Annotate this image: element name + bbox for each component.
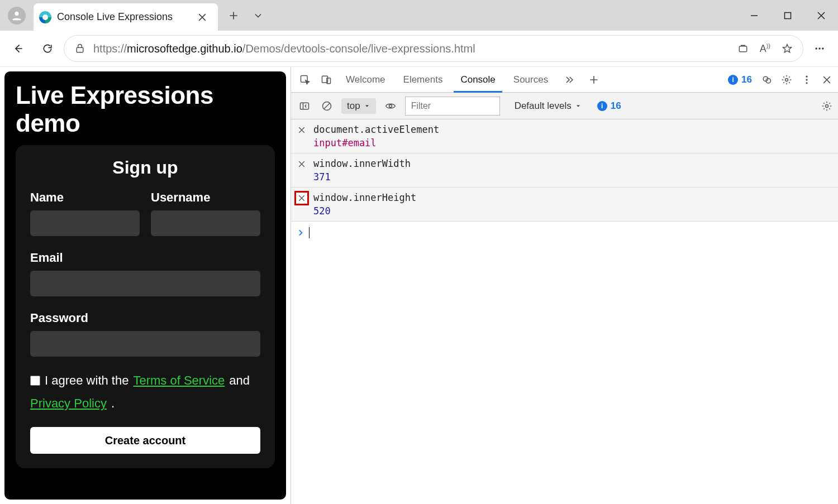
devtools-settings-icon[interactable] <box>781 74 792 85</box>
expression-text[interactable]: document.activeElement <box>313 124 439 135</box>
window-minimize-button[interactable] <box>737 0 771 31</box>
device-emulation-icon[interactable] <box>318 74 335 85</box>
live-expression-icon[interactable] <box>383 98 398 114</box>
inspect-element-icon[interactable] <box>297 74 313 85</box>
console-issues-pill[interactable]: i 16 <box>597 100 621 112</box>
tab-sources[interactable]: Sources <box>507 67 555 92</box>
live-expressions-list: document.activeElementinput#emailwindow.… <box>291 119 838 222</box>
window-maximize-button[interactable] <box>771 0 804 31</box>
remove-expression-button[interactable] <box>296 192 308 204</box>
tab-console[interactable]: Console <box>454 67 502 92</box>
page-heading: Live Expressions demo <box>16 81 275 137</box>
password-label: Password <box>30 311 260 325</box>
email-label: Email <box>30 251 260 265</box>
expression-value: 520 <box>313 205 416 217</box>
form-title: Sign up <box>30 157 260 178</box>
nav-back-button[interactable] <box>6 36 31 61</box>
tab-elements[interactable]: Elements <box>397 67 450 92</box>
expression-text[interactable]: window.innerWidth <box>313 158 411 169</box>
site-info-icon[interactable] <box>74 43 85 54</box>
collections-icon[interactable] <box>737 43 749 54</box>
svg-rect-2 <box>77 47 83 52</box>
tab-welcome[interactable]: Welcome <box>339 67 392 92</box>
console-settings-icon[interactable] <box>821 100 832 112</box>
devtools-panel: Welcome Elements Console Sources i 16 <box>291 67 838 504</box>
live-expression-row: document.activeElementinput#email <box>291 119 838 153</box>
svg-point-18 <box>389 104 392 107</box>
edge-favicon <box>39 11 51 23</box>
new-tab-icon[interactable] <box>584 74 604 85</box>
expression-value: 371 <box>313 171 411 183</box>
context-selector[interactable]: top <box>341 98 376 114</box>
address-bar[interactable]: https://microsoftedge.github.io/Demos/de… <box>64 35 803 62</box>
privacy-link[interactable]: Privacy Policy <box>30 394 107 412</box>
devtools-tabbar: Welcome Elements Console Sources i 16 <box>291 67 838 93</box>
remove-expression-button[interactable] <box>296 158 308 170</box>
console-sidebar-toggle-icon[interactable] <box>297 98 312 114</box>
prompt-cursor <box>309 227 310 238</box>
username-label: Username <box>151 190 260 205</box>
profile-icon <box>8 7 26 25</box>
settings-menu-button[interactable] <box>807 36 832 61</box>
devtools-close-icon[interactable] <box>821 74 832 85</box>
live-expression-row: window.innerWidth371 <box>291 153 838 188</box>
expression-value: input#email <box>313 137 439 148</box>
name-label: Name <box>30 190 140 205</box>
svg-point-14 <box>806 79 807 80</box>
window-titlebar: Console Live Expressions <box>0 0 838 31</box>
svg-point-0 <box>15 11 18 15</box>
nav-refresh-button[interactable] <box>35 36 60 61</box>
username-input[interactable] <box>151 210 260 236</box>
profile-button[interactable] <box>0 0 34 31</box>
remove-expression-button[interactable] <box>296 124 308 136</box>
tab-close-button[interactable] <box>194 9 210 25</box>
tab-title: Console Live Expressions <box>57 11 189 23</box>
svg-rect-3 <box>739 46 746 52</box>
devtools-more-icon[interactable] <box>801 74 812 85</box>
agree-checkbox[interactable] <box>30 376 40 386</box>
expression-text[interactable]: window.innerHeight <box>313 192 416 203</box>
console-toolbar: top Default levels i 16 <box>291 93 838 119</box>
name-input[interactable] <box>30 210 140 236</box>
email-input[interactable] <box>30 271 260 296</box>
svg-point-13 <box>806 75 807 77</box>
svg-point-19 <box>826 104 829 107</box>
svg-rect-16 <box>301 103 309 109</box>
svg-point-4 <box>816 47 817 49</box>
favorite-icon[interactable] <box>782 43 793 54</box>
tab-overflow-icon[interactable] <box>559 74 579 85</box>
page-viewport: Live Expressions demo Sign up Name Usern… <box>0 67 291 504</box>
issues-dot-icon: i <box>597 101 607 111</box>
new-tab-button[interactable] <box>222 4 245 27</box>
window-close-button[interactable] <box>804 0 838 31</box>
agree-row: I agree with the Terms of Service and Pr… <box>30 371 260 412</box>
issues-count-pill[interactable]: i 16 <box>728 74 752 85</box>
svg-point-5 <box>818 47 820 49</box>
feedback-icon[interactable] <box>761 74 772 85</box>
console-filter-input[interactable] <box>405 97 500 116</box>
svg-rect-1 <box>785 12 791 18</box>
password-input[interactable] <box>30 331 260 357</box>
signup-card: Sign up Name Username Email Pa <box>16 145 275 468</box>
read-aloud-icon[interactable]: A)) <box>760 42 770 55</box>
browser-tab[interactable]: Console Live Expressions <box>34 3 218 31</box>
console-prompt[interactable] <box>291 222 838 244</box>
svg-point-6 <box>822 47 823 49</box>
create-account-button[interactable]: Create account <box>30 427 260 454</box>
issues-dot-icon: i <box>728 75 738 85</box>
log-levels-selector[interactable]: Default levels <box>515 100 582 112</box>
live-expression-row: window.innerHeight520 <box>291 188 838 222</box>
browser-toolbar: https://microsoftedge.github.io/Demos/de… <box>0 31 838 67</box>
url-text: https://microsoftedge.github.io/Demos/de… <box>93 42 475 55</box>
clear-console-icon[interactable] <box>319 98 335 114</box>
tab-overflow-button[interactable] <box>247 4 269 27</box>
tos-link[interactable]: Terms of Service <box>133 371 225 390</box>
svg-point-12 <box>785 78 788 81</box>
svg-point-15 <box>806 82 807 84</box>
